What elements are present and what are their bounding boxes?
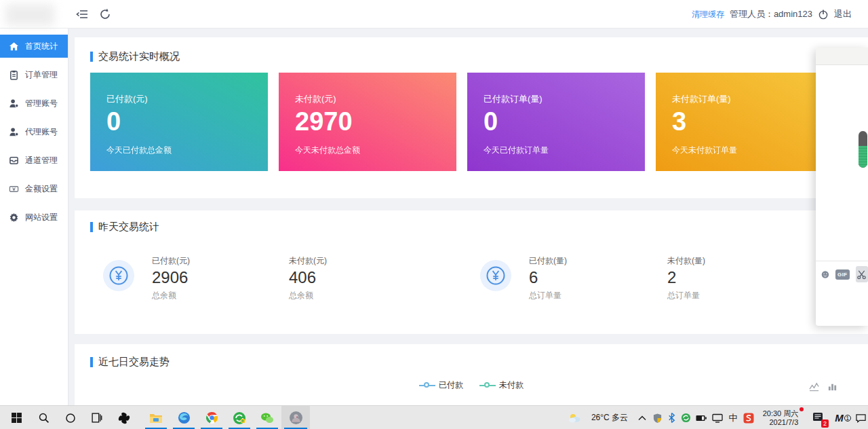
stat-value: 2906 xyxy=(152,268,190,287)
line-chart-icon[interactable] xyxy=(809,381,819,392)
clock-date: 2021/7/3 xyxy=(763,418,799,427)
legend-item-unpaid[interactable]: 未付款 xyxy=(479,379,524,391)
card-value: 2970 xyxy=(295,107,456,136)
sidebar-item-admin-accounts[interactable]: 管理账号 xyxy=(0,92,68,115)
green-sync-app-icon[interactable] xyxy=(226,406,253,429)
wechat-icon[interactable] xyxy=(254,406,281,429)
card-value: 0 xyxy=(106,107,268,136)
bluetooth-icon[interactable] xyxy=(665,406,678,429)
yen-circle-icon xyxy=(480,260,511,291)
trend-chart-panel: 近七日交易走势 已付款 未付款 xyxy=(75,344,868,405)
sidebar-item-label: 管理账号 xyxy=(25,98,58,109)
stat-desc: 总订单量 xyxy=(667,290,705,301)
section-title-text: 近七日交易走势 xyxy=(98,356,170,369)
realtime-stats-panel: 交易统计实时概况 已付款(元) 0 今天已付款总金额 未付款(元) 2970 今… xyxy=(75,37,868,198)
stat-desc: 总余额 xyxy=(152,290,190,301)
yesterday-stat-unpaid-count: 未付款(量) 2 总订单量 xyxy=(667,255,705,301)
refresh-icon[interactable] xyxy=(98,7,112,21)
sidebar-item-label: 首页统计 xyxy=(25,41,58,52)
ime-indicator[interactable]: 中 xyxy=(726,406,741,429)
stat-label: 已付款(量) xyxy=(529,255,567,267)
stat-card-unpaid-amount[interactable]: 未付款(元) 2970 今天未付款总金额 xyxy=(279,73,456,171)
taskbar-clock[interactable]: 20:30 周六 2021/7/3 xyxy=(758,406,803,429)
admin-label: 管理人员：admin123 xyxy=(730,8,812,20)
task-view-icon[interactable] xyxy=(84,406,108,429)
section-title-text: 交易统计实时概况 xyxy=(98,50,180,63)
stat-label: 未付款(量) xyxy=(667,255,705,267)
file-explorer-icon[interactable] xyxy=(142,406,170,429)
card-desc: 今天未付款订单量 xyxy=(672,145,833,156)
start-icon[interactable] xyxy=(4,406,28,429)
stat-value: 2 xyxy=(667,268,705,287)
wechat-input-toolbar: GIF xyxy=(816,261,868,282)
money-icon xyxy=(9,184,19,194)
stat-card-paid-amount[interactable]: 已付款(元) 0 今天已付款总金额 xyxy=(90,73,268,171)
weather-text[interactable]: 26°C 多云 xyxy=(585,406,635,429)
bar-chart-icon[interactable] xyxy=(827,381,837,392)
chrome-icon[interactable] xyxy=(198,406,225,429)
windows-taskbar: 26°C 多云 中 20:30 周六 2021 xyxy=(0,405,868,429)
stat-card-unpaid-orders[interactable]: 未付款订单(量) 3 今天未付款订单量 xyxy=(656,73,833,171)
agent-user-icon xyxy=(9,127,19,137)
search-icon[interactable] xyxy=(31,406,56,429)
sidebar-item-label: 金额设置 xyxy=(25,183,58,195)
legend-label: 未付款 xyxy=(499,379,524,391)
stat-label: 未付款(元) xyxy=(289,255,327,267)
sogou-icon[interactable] xyxy=(741,406,757,429)
sidebar-item-label: 通道管理 xyxy=(25,155,58,166)
home-icon xyxy=(9,41,19,52)
gif-icon[interactable]: GIF xyxy=(835,269,850,280)
sidebar-item-agent-accounts[interactable]: 代理账号 xyxy=(0,120,68,143)
clipboard-icon xyxy=(9,70,19,80)
sidebar-item-site-settings[interactable]: 网站设置 xyxy=(0,206,68,229)
card-label: 未付款(元) xyxy=(295,93,456,105)
desktop-screen: 清理缓存 管理人员：admin123 退出 首页统计 订单管理 xyxy=(0,0,868,429)
wechat-titlebar[interactable] xyxy=(816,48,868,65)
clear-cache-link[interactable]: 清理缓存 xyxy=(692,9,724,20)
weather-icon[interactable] xyxy=(566,406,585,429)
legend-item-paid[interactable]: 已付款 xyxy=(419,379,463,391)
clock-time: 20:30 周六 xyxy=(763,409,799,418)
battery-icon[interactable] xyxy=(693,406,709,429)
app-topbar: 清理缓存 管理人员：admin123 退出 xyxy=(0,0,868,29)
mail-tray-icon[interactable]: 2 xyxy=(808,406,829,429)
sidebar-item-orders[interactable]: 订单管理 xyxy=(0,63,68,86)
yesterday-stat-paid-amount: 已付款(元) 2906 总余额 xyxy=(152,255,190,301)
display-icon[interactable] xyxy=(709,406,726,429)
defender-shield-icon[interactable] xyxy=(650,406,665,429)
yen-circle-icon xyxy=(103,260,134,291)
avatar-app-icon[interactable] xyxy=(281,406,310,429)
collapse-menu-icon[interactable] xyxy=(76,7,90,21)
stat-desc: 总余额 xyxy=(289,290,327,301)
pinwheel-app-icon[interactable] xyxy=(111,406,137,429)
section-title-realtime: 交易统计实时概况 xyxy=(90,50,180,63)
wechat-window[interactable]: GIF xyxy=(816,48,868,326)
legend-line-marker xyxy=(419,385,435,386)
sidebar-item-channels[interactable]: 通道管理 xyxy=(0,149,68,172)
section-title-trend: 近七日交易走势 xyxy=(90,356,170,369)
screenshot-scissors-icon[interactable] xyxy=(856,266,868,282)
section-title-yesterday: 昨天交易统计 xyxy=(90,221,159,234)
sidebar-item-label: 网站设置 xyxy=(25,212,58,223)
cortana-icon[interactable] xyxy=(58,406,83,429)
chevron-up-icon[interactable] xyxy=(635,406,650,429)
logout-button[interactable]: 退出 xyxy=(834,8,852,20)
power-icon[interactable] xyxy=(818,9,829,20)
card-desc: 今天未付款总金额 xyxy=(295,145,456,156)
m1-tray-icon[interactable]: M1 xyxy=(833,406,853,429)
sidebar-item-amount-settings[interactable]: 金额设置 xyxy=(0,177,68,200)
green-circle-icon[interactable] xyxy=(678,406,693,429)
sidebar-nav: 首页统计 订单管理 管理账号 代理账号 xyxy=(0,29,68,405)
site-logo xyxy=(5,4,54,26)
stat-label: 已付款(元) xyxy=(152,255,190,267)
stat-value: 6 xyxy=(529,268,567,287)
card-value: 3 xyxy=(672,107,833,136)
notification-center-icon[interactable] xyxy=(853,406,868,429)
edge-icon[interactable] xyxy=(170,406,197,429)
stat-card-paid-orders[interactable]: 已付款订单(量) 0 今天已付款订单量 xyxy=(467,73,645,171)
emoji-icon[interactable] xyxy=(821,269,829,280)
title-accent-bar xyxy=(90,52,93,62)
sidebar-item-home-stats[interactable]: 首页统计 xyxy=(0,35,68,58)
card-label: 已付款(元) xyxy=(106,93,268,105)
title-accent-bar xyxy=(90,357,93,367)
